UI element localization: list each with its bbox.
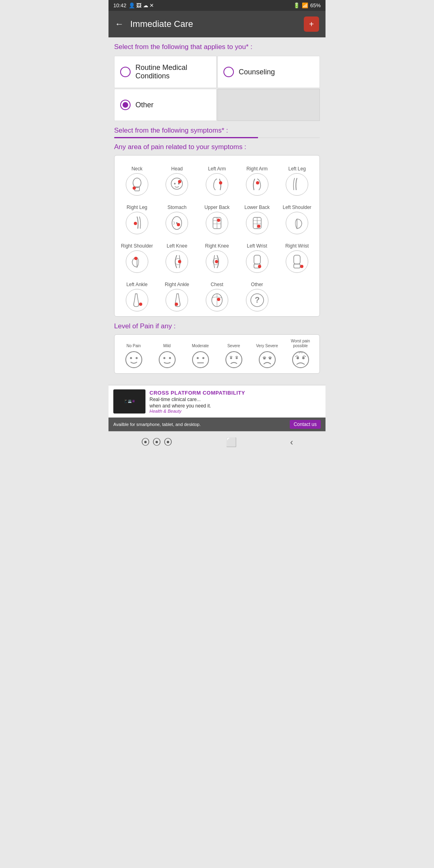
svg-point-33 — [192, 352, 209, 368]
pain-no-pain[interactable]: No Pain — [118, 339, 149, 369]
pain-worst[interactable]: Worst pain possible — [285, 339, 316, 369]
nav-back-button[interactable]: ‹ — [290, 437, 293, 448]
body-part-upper-back[interactable]: Upper Back — [198, 199, 236, 234]
pain-severe[interactable]: Severe — [218, 339, 250, 369]
face-mild — [158, 350, 177, 369]
svg-point-37 — [226, 352, 242, 368]
body-part-left-ankle-icon — [126, 289, 148, 311]
face-moderate — [191, 350, 210, 369]
svg-point-31 — [163, 357, 165, 359]
svg-point-2 — [171, 178, 182, 189]
body-part-left-knee[interactable]: Left Knee — [158, 237, 197, 273]
ad-contact-button[interactable]: Contact us — [290, 420, 321, 429]
pain-very-severe-label: Very Severe — [256, 339, 278, 348]
body-part-right-wrist-label: Right Wrist — [285, 237, 309, 249]
status-time: 10:42 — [113, 2, 127, 8]
nav-bar: ⦿ ⦿ ⦿ ⬜ ‹ — [108, 431, 326, 453]
option-routine-label: Routine Medical Conditions — [135, 63, 211, 80]
svg-line-46 — [299, 352, 299, 353]
body-part-lower-back[interactable]: Lower Back — [238, 199, 276, 234]
option-counseling[interactable]: Counseling — [217, 56, 320, 88]
body-part-left-leg[interactable]: Left Leg — [278, 160, 316, 196]
status-left: 10:42 👤 🖼 ☁ ✕ — [113, 2, 154, 8]
radio-grid: Routine Medical Conditions Counseling Ot… — [114, 56, 320, 121]
body-part-chest-icon — [206, 289, 228, 311]
body-part-left-knee-label: Left Knee — [167, 237, 187, 249]
body-part-stomach[interactable]: Stomach — [158, 199, 197, 234]
body-part-left-leg-label: Left Leg — [289, 160, 306, 172]
dot-left-knee — [178, 260, 181, 263]
dot-right-leg — [134, 222, 137, 225]
content-area: Select from the following that applies t… — [108, 37, 326, 385]
dot-right-arm — [256, 181, 259, 184]
svg-point-28 — [130, 357, 132, 359]
pain-very-severe[interactable]: Very Severe — [251, 339, 283, 369]
body-part-left-arm[interactable]: Left Arm — [198, 160, 236, 196]
svg-point-29 — [135, 357, 137, 359]
svg-point-40 — [259, 352, 275, 368]
medical-icon[interactable]: + — [304, 16, 319, 32]
pain-no-pain-label: No Pain — [127, 339, 141, 348]
body-part-right-leg-label: Right Leg — [127, 199, 147, 210]
svg-point-35 — [202, 357, 204, 359]
dot-chest — [217, 298, 220, 301]
body-part-right-knee[interactable]: Right Knee — [198, 237, 236, 273]
ad-thumbnail: 📱💻🖥 — [113, 389, 145, 414]
nav-menu-button[interactable]: ⦿ ⦿ ⦿ — [141, 437, 172, 448]
body-part-left-ankle-label: Left Ankle — [126, 276, 147, 287]
body-part-right-shoulder[interactable]: Right Shoulder — [118, 237, 156, 273]
option-other-label: Other — [135, 101, 154, 109]
option-routine[interactable]: Routine Medical Conditions — [114, 56, 217, 88]
battery-percent: 65% — [310, 2, 321, 8]
body-parts-grid: Neck Head Left Arm — [118, 160, 316, 311]
dot-right-knee — [215, 260, 218, 263]
pain-area-label: Any area of pain related to your symptom… — [114, 143, 320, 151]
svg-point-38 — [230, 357, 232, 359]
option-other[interactable]: Other — [114, 89, 217, 121]
body-part-left-leg-icon — [286, 173, 308, 196]
body-part-right-arm[interactable]: Right Arm — [238, 160, 276, 196]
body-part-right-leg[interactable]: Right Leg — [118, 199, 156, 234]
body-part-left-shoulder-icon — [286, 212, 308, 234]
page-title: Immediate Care — [130, 19, 304, 29]
body-part-stomach-icon — [166, 212, 188, 234]
ad-sub2: when and where you need it. — [149, 403, 321, 409]
pain-level-label: Level of Pain if any : — [114, 322, 320, 330]
body-part-chest[interactable]: Chest — [198, 276, 236, 311]
body-part-left-knee-icon — [166, 250, 188, 273]
body-part-head[interactable]: Head — [158, 160, 197, 196]
svg-point-3 — [174, 183, 176, 184]
body-part-left-shoulder[interactable]: Left Shoulder — [278, 199, 316, 234]
body-part-neck[interactable]: Neck — [118, 160, 156, 196]
svg-point-30 — [159, 352, 175, 368]
svg-point-44 — [297, 357, 299, 359]
face-very-severe — [258, 350, 277, 369]
ad-title: CROSS PLATFORM COMPATIBILITY — [149, 390, 321, 396]
body-part-neck-icon — [126, 173, 148, 196]
body-part-right-wrist[interactable]: Right Wrist — [278, 237, 316, 273]
face-severe — [224, 350, 244, 369]
pain-moderate[interactable]: Moderate — [184, 339, 216, 369]
header: ← Immediate Care + — [108, 11, 326, 37]
pain-level-box: No Pain Mild Mod — [114, 334, 320, 374]
pain-mild[interactable]: Mild — [151, 339, 183, 369]
body-part-right-ankle[interactable]: Right Ankle — [158, 276, 197, 311]
ad-brand: Health & Beauty — [149, 409, 321, 414]
svg-point-45 — [302, 357, 305, 359]
body-parts-box: Neck Head Left Arm — [114, 155, 320, 317]
nav-home-button[interactable]: ⬜ — [226, 437, 237, 448]
body-part-other[interactable]: Other ? — [238, 276, 276, 311]
body-part-right-shoulder-label: Right Shoulder — [121, 237, 153, 249]
pain-moderate-label: Moderate — [192, 339, 209, 348]
body-part-lower-back-icon — [246, 212, 268, 234]
ad-banner: 📱💻🖥 CROSS PLATFORM COMPATIBILITY Real-ti… — [108, 385, 326, 418]
pain-worst-label: Worst pain possible — [285, 339, 316, 348]
pain-severe-label: Severe — [227, 339, 240, 348]
symptoms-header: Select from the following symptoms* : — [114, 127, 320, 135]
status-right: 🔋 📶 65% — [293, 2, 321, 8]
svg-point-0 — [133, 178, 141, 188]
option-counseling-label: Counseling — [239, 68, 275, 76]
body-part-left-ankle[interactable]: Left Ankle — [118, 276, 156, 311]
back-button[interactable]: ← — [115, 19, 124, 29]
body-part-left-wrist[interactable]: Left Wrist — [238, 237, 276, 273]
